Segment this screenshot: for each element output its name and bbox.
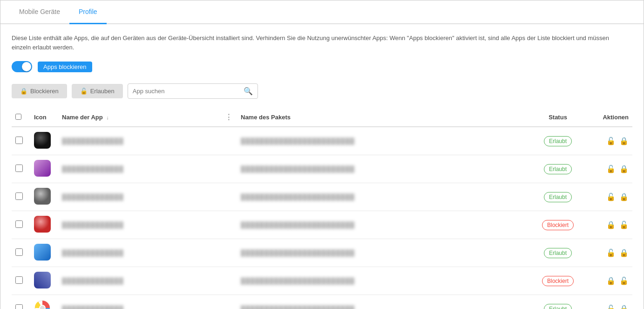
row-sep-cell	[221, 183, 237, 211]
app-icon	[34, 216, 51, 233]
block-lock-icon[interactable]: 🔒	[606, 220, 616, 229]
tab-profile[interactable]: Profile	[69, 0, 107, 24]
row-checkbox[interactable]	[15, 248, 23, 256]
col-header-pkgname: Name des Pakets	[237, 108, 530, 127]
row-appname-cell: █████████████	[58, 267, 221, 295]
lock-icon: 🔒	[20, 88, 27, 95]
select-all-checkbox[interactable]	[15, 114, 21, 120]
app-icon	[34, 132, 51, 149]
allow-lock-icon[interactable]: 🔒	[619, 165, 629, 173]
status-badge: Erlaubt	[544, 192, 572, 202]
row-checkbox[interactable]	[15, 276, 23, 284]
app-name: █████████████	[62, 249, 124, 256]
app-name: █████████████	[62, 221, 124, 228]
block-lock-icon[interactable]: 🔓	[606, 137, 616, 145]
description-text: Diese Liste enthält alle Apps, die auf d…	[12, 34, 617, 52]
row-checkbox-cell	[12, 127, 30, 155]
package-name: ████████████████████████	[241, 305, 355, 309]
row-checkbox-cell	[12, 155, 30, 183]
allow-lock-icon[interactable]: 🔒	[619, 137, 629, 145]
row-checkbox[interactable]	[15, 165, 23, 172]
app-name: █████████████	[62, 305, 124, 309]
status-badge: Erlaubt	[544, 304, 572, 309]
status-badge: Erlaubt	[544, 164, 572, 174]
allow-lock-icon[interactable]: 🔓	[619, 276, 629, 285]
row-icon-cell	[30, 183, 58, 211]
erlauben-button[interactable]: 🔓 Erlauben	[72, 84, 123, 98]
row-appname-cell: █████████████	[58, 155, 221, 183]
row-icon-cell	[30, 295, 58, 309]
row-checkbox-cell	[12, 183, 30, 211]
table-row: █████████████ ████████████████████████ B…	[12, 211, 632, 239]
row-status-cell: Erlaubt	[530, 183, 586, 211]
row-checkbox[interactable]	[15, 220, 23, 228]
row-appname-cell: █████████████	[58, 211, 221, 239]
row-sep-cell	[221, 267, 237, 295]
row-status-cell: Erlaubt	[530, 155, 586, 183]
row-appname-cell: █████████████	[58, 127, 221, 155]
row-checkbox-cell	[12, 211, 30, 239]
blockieren-button[interactable]: 🔒 Blockieren	[12, 84, 67, 98]
svg-rect-4	[34, 244, 51, 261]
row-pkgname-cell: ████████████████████████	[237, 183, 530, 211]
row-sep-cell	[221, 127, 237, 155]
toggle-row: Apps blockieren	[12, 61, 632, 72]
package-name: ████████████████████████	[241, 221, 355, 228]
block-lock-icon[interactable]: 🔓	[606, 248, 616, 257]
tab-bar: Mobile Geräte Profile	[0, 0, 644, 24]
block-lock-icon[interactable]: 🔓	[606, 304, 616, 309]
table-row: █████████████ ████████████████████████ E…	[12, 295, 632, 309]
app-name: █████████████	[62, 277, 124, 284]
row-actions-cell: 🔒 🔓	[586, 267, 632, 295]
col-header-appname: Name der App ↓	[58, 108, 221, 127]
allow-lock-icon[interactable]: 🔓	[619, 220, 629, 229]
row-checkbox-cell	[12, 267, 30, 295]
row-actions-cell: 🔓 🔒	[586, 295, 632, 309]
tab-mobile-geraete[interactable]: Mobile Geräte	[10, 0, 69, 24]
action-buttons-row: 🔒 Blockieren 🔓 Erlauben 🔍	[12, 83, 632, 99]
allow-lock-icon[interactable]: 🔒	[619, 248, 629, 257]
row-appname-cell: █████████████	[58, 295, 221, 309]
allow-lock-icon[interactable]: 🔒	[619, 304, 629, 309]
status-badge: Blockiert	[542, 276, 574, 286]
app-icon	[34, 160, 51, 177]
app-name: █████████████	[62, 165, 124, 172]
table-row: █████████████ ████████████████████████ E…	[12, 183, 632, 211]
svg-rect-3	[34, 216, 51, 233]
row-sep-cell	[221, 295, 237, 309]
row-actions-cell: 🔓 🔒	[586, 183, 632, 211]
package-name: ████████████████████████	[241, 249, 355, 256]
search-input[interactable]	[133, 88, 244, 95]
allow-lock-icon[interactable]: 🔒	[619, 192, 629, 201]
row-status-cell: Blockiert	[530, 267, 586, 295]
block-lock-icon[interactable]: 🔓	[606, 165, 616, 173]
table-row: █████████████ ████████████████████████ E…	[12, 127, 632, 155]
row-actions-cell: 🔒 🔓	[586, 211, 632, 239]
unlock-icon: 🔓	[80, 88, 88, 95]
table-row: █████████████ ████████████████████████ E…	[12, 155, 632, 183]
row-icon-cell	[30, 239, 58, 267]
app-icon	[34, 244, 51, 261]
row-icon-cell	[30, 267, 58, 295]
row-checkbox-cell	[12, 239, 30, 267]
block-lock-icon[interactable]: 🔒	[606, 276, 616, 285]
block-lock-icon[interactable]: 🔓	[606, 192, 616, 201]
row-icon-cell	[30, 127, 58, 155]
row-checkbox[interactable]	[15, 137, 23, 144]
row-checkbox[interactable]	[15, 304, 23, 309]
table-row: █████████████ ████████████████████████ B…	[12, 267, 632, 295]
app-icon	[34, 272, 51, 288]
row-status-cell: Erlaubt	[530, 239, 586, 267]
row-checkbox-cell	[12, 295, 30, 309]
row-actions-cell: 🔓 🔒	[586, 127, 632, 155]
row-checkbox[interactable]	[15, 192, 23, 200]
row-icon-cell	[30, 211, 58, 239]
row-pkgname-cell: ████████████████████████	[237, 267, 530, 295]
package-name: ████████████████████████	[241, 165, 355, 172]
apps-blockieren-toggle[interactable]	[12, 61, 32, 72]
row-status-cell: Blockiert	[530, 211, 586, 239]
table-row: █████████████ ████████████████████████ E…	[12, 239, 632, 267]
apps-table: Icon Name der App ↓ ⋮ Name des Pakets	[12, 108, 632, 309]
package-name: ████████████████████████	[241, 193, 355, 200]
apps-blockieren-label: Apps blockieren	[38, 62, 92, 72]
